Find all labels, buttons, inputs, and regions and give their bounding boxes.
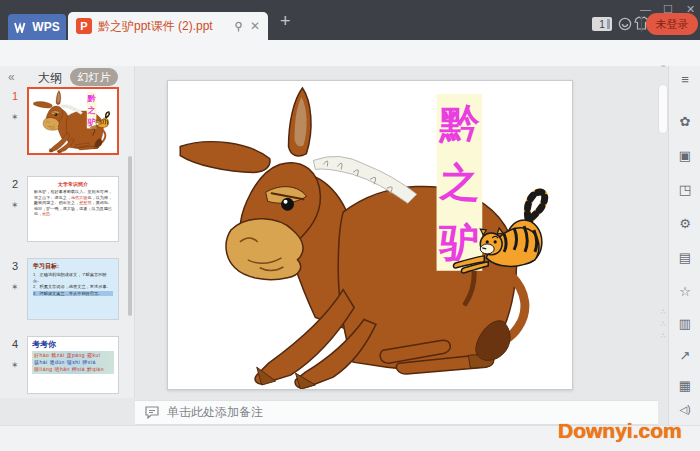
thumb4-rows: 好hào 载zài 庞páng 窥kuī 骇hài 遁dùn 噬shì 狎xiá… <box>32 351 114 374</box>
thumb2-highlight: 庞然大物 <box>71 195 87 200</box>
scrollbar-handle-icon[interactable]: ＝ <box>658 64 668 68</box>
collapse-panel-icon[interactable]: « <box>8 70 15 84</box>
downyi-watermark: Downyi.com <box>558 419 682 443</box>
thumb3-line: 3、理解课文寓意，并从中获得启示。 <box>33 291 113 297</box>
thumb4-row: 踉liáng 㖔hǎn 柙xiá 黔qián <box>34 366 112 373</box>
thumb2-highlight: 慭慭然 <box>79 200 91 205</box>
slide-number: 1 <box>12 90 18 102</box>
slide-panel: « 大纲 幻灯片 1 ✶ 2 ✶ 文学常识简介 黔无驴，有好事者船载以入。至则无… <box>0 66 135 398</box>
slide-layout-icon[interactable]: ▣ <box>669 148 700 163</box>
close-tab-icon[interactable]: ✕ <box>250 19 260 33</box>
animation-star-icon: ✶ <box>11 360 19 370</box>
titlebar-divider <box>641 16 642 32</box>
pin-tab-icon[interactable] <box>233 21 244 32</box>
slide-number: 4 <box>12 338 18 350</box>
wps-presentation-window: WPS P 黔之驴ppt课件 (2).ppt ✕ + — ☐ ✕ 1 未登录 ☰… <box>0 0 700 451</box>
thumb3-line: 2、积累文言词语，疏通文意，复述故事。 <box>33 284 113 290</box>
editing-canvas[interactable]: ＝ ∴ ∴ ∴ <box>135 66 670 400</box>
tab-count-badge[interactable]: 1 <box>592 17 612 31</box>
protect-icon[interactable] <box>618 17 632 31</box>
gallery-icon[interactable]: ▤ <box>669 250 700 265</box>
right-toolbar: ≡ ✿ ▣ ◳ ⚙ ▤ ☆ ▥ ↗ ▦ ◁) ⟳ <box>668 66 700 430</box>
notes-placeholder[interactable]: 单击此处添加备注 <box>167 404 263 421</box>
document-title: 黔之驴ppt课件 (2).ppt <box>98 18 227 35</box>
notes-bubble-icon <box>145 406 159 419</box>
thumb2-highlight: 甚恐。 <box>42 211 54 216</box>
slide-number: 2 <box>12 178 18 190</box>
animation-star-icon: ✶ <box>11 282 19 292</box>
task-pane-icon[interactable]: ≡ <box>669 72 700 87</box>
thumb4-content: 考考你 好hào 载zài 庞páng 窥kuī 骇hài 遁dùn 噬shì … <box>28 337 118 393</box>
slide-thumbnail-3[interactable]: 学习目标: 1、正确流利地朗读课文，了解寓言的特点。 2、积累文言词语，疏通文意… <box>27 258 119 320</box>
thumb2-body: 黔无驴，有好事者船载以入。至则无可用，放之山下。虎见之，庞然大物也，以为神，蔽林… <box>28 187 118 219</box>
tab-count-value: 1 <box>599 19 605 30</box>
ppt-file-icon: P <box>76 18 92 34</box>
thumb4-row: 好hào 载zài 庞páng 窥kuī <box>34 352 112 359</box>
slide1-thumb-art <box>29 89 117 153</box>
share-icon[interactable]: ↗ <box>669 348 700 363</box>
material-box-icon[interactable]: ▥ <box>669 316 700 331</box>
slide-thumbnail-2[interactable]: 文学常识简介 黔无驴，有好事者船载以入。至则无可用，放之山下。虎见之，庞然大物也… <box>27 176 119 242</box>
thumb4-row: 骇hài 遁dùn 噬shì 狎xiá <box>34 359 112 366</box>
slide-thumbnail-4[interactable]: 考考你 好hào 载zài 庞páng 窥kuī 骇hài 遁dùn 噬shì … <box>27 336 119 394</box>
shapes-icon[interactable]: ◳ <box>669 182 700 197</box>
document-tab[interactable]: P 黔之驴ppt课件 (2).ppt ✕ <box>68 12 268 40</box>
wps-label: WPS <box>32 20 59 34</box>
sound-icon[interactable]: ◁) <box>669 404 700 415</box>
settings-icon[interactable]: ⚙ <box>669 216 700 231</box>
thumb3-title: 学习目标: <box>33 262 113 271</box>
ribbon-menubar: ☰ 文件 ∨ ⟲ ⟳ ∨ 开始 插入 设计 切换 动画 幻灯片放映 审阅 查找命… <box>0 40 700 66</box>
login-button[interactable]: 未登录 <box>646 13 698 35</box>
smart-beautify-icon[interactable]: ✿ <box>669 114 700 129</box>
thumb3-line: 1、正确流利地朗读课文，了解寓言的特点。 <box>33 272 113 283</box>
favorites-icon[interactable]: ☆ <box>669 284 700 299</box>
titlebar: WPS P 黔之驴ppt课件 (2).ppt ✕ + — ☐ ✕ 1 未登录 <box>0 0 700 40</box>
wps-logo-icon <box>14 22 28 33</box>
slide-thumbnail-1[interactable] <box>27 87 119 155</box>
slide-artwork <box>168 81 572 389</box>
tab-slides[interactable]: 幻灯片 <box>70 68 118 86</box>
picture-icon[interactable]: ▦ <box>669 378 700 393</box>
current-slide[interactable] <box>167 80 573 390</box>
new-tab-button[interactable]: + <box>280 12 291 30</box>
wps-menu-button[interactable]: WPS <box>8 14 66 40</box>
slide-number: 3 <box>12 260 18 272</box>
canvas-scrollbar-thumb[interactable] <box>658 84 668 134</box>
tab-outline[interactable]: 大纲 <box>38 70 62 87</box>
minimize-button[interactable]: — <box>640 3 651 15</box>
thumb4-title: 考考你 <box>32 339 114 350</box>
thumb3-content: 学习目标: 1、正确流利地朗读课文，了解寓言的特点。 2、积累文言词语，疏通文意… <box>28 259 118 319</box>
panel-scrollbar[interactable] <box>128 156 132 316</box>
animation-star-icon: ✶ <box>11 112 19 122</box>
animation-star-icon: ✶ <box>11 200 19 210</box>
